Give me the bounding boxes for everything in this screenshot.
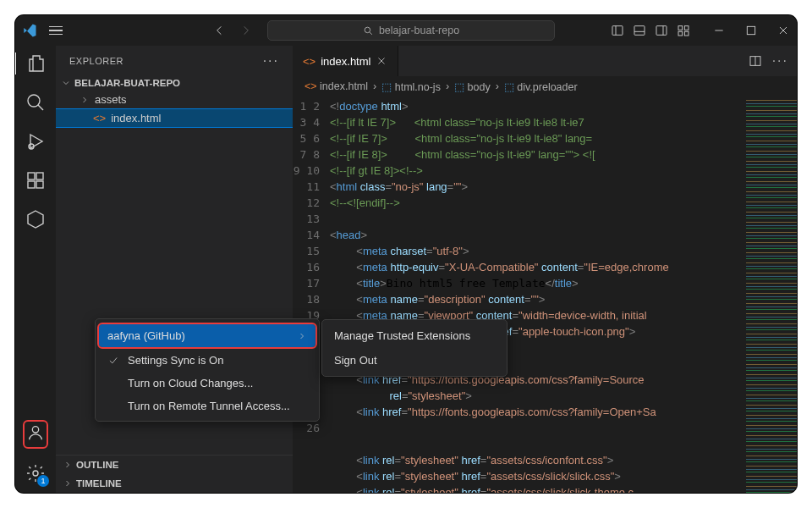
window-maximize-icon[interactable] <box>744 24 758 37</box>
code-content[interactable]: <!doctype html> <!--[if lt IE 7]> <html … <box>330 97 746 493</box>
svg-rect-8 <box>747 26 754 34</box>
tab-index-html[interactable]: <> index.html <box>293 46 398 76</box>
chevron-right-icon <box>80 95 90 105</box>
command-center-search[interactable]: belajar-buat-repo <box>267 20 555 41</box>
activity-remote[interactable] <box>25 208 47 230</box>
breadcrumb[interactable]: <> index.html›⬚ html.no-js›⬚ body›⬚ div.… <box>293 76 797 97</box>
window-minimize-icon[interactable] <box>712 24 726 37</box>
account-user-label: aafyna (GitHub) <box>107 329 185 342</box>
html-file-icon: <> <box>304 80 317 92</box>
account-menu-item[interactable]: Turn on Remote Tunnel Access... <box>96 395 319 417</box>
chevron-right-icon <box>63 478 73 489</box>
vscode-logo-icon <box>22 23 37 38</box>
svg-point-16 <box>33 471 38 476</box>
tab-close-icon[interactable] <box>376 55 387 67</box>
workspace-root[interactable]: BELAJAR-BUAT-REPO <box>56 75 293 91</box>
menu-item-label: Turn on Cloud Changes... <box>128 377 253 389</box>
svg-rect-11 <box>28 173 35 179</box>
section-label: OUTLINE <box>76 460 118 470</box>
activity-settings[interactable] <box>25 462 47 484</box>
svg-rect-3 <box>656 26 667 36</box>
activity-bar <box>15 46 56 493</box>
file-item[interactable]: <>index.html <box>56 108 293 128</box>
breadcrumb-segment[interactable]: ⬚ html.no-js <box>381 80 441 93</box>
svg-rect-12 <box>28 181 35 188</box>
folder-item[interactable]: assets <box>56 91 293 108</box>
minimap[interactable] <box>746 97 797 493</box>
svg-rect-4 <box>678 26 683 30</box>
accounts-menu: aafyna (GitHub) Settings Sync is OnTurn … <box>95 318 320 422</box>
account-user-row[interactable]: aafyna (GitHub) <box>99 324 315 347</box>
activity-debug[interactable] <box>25 130 47 152</box>
breadcrumb-segment[interactable]: <> index.html <box>304 80 368 92</box>
chevron-right-icon <box>63 460 73 470</box>
activity-extensions[interactable] <box>25 169 47 191</box>
menu-item-label: Turn on Remote Tunnel Access... <box>128 400 290 412</box>
svg-rect-13 <box>36 181 43 188</box>
section-label: TIMELINE <box>76 478 122 489</box>
tree-item-label: assets <box>95 93 127 106</box>
symbol-icon: ⬚ <box>454 81 464 93</box>
svg-point-9 <box>28 95 40 107</box>
html-file-icon: <> <box>93 112 106 124</box>
tab-more-icon[interactable]: ··· <box>772 53 788 69</box>
title-bar: belajar-buat-repo <box>15 15 797 46</box>
breadcrumb-segment[interactable]: ⬚ div.preloader <box>504 80 578 93</box>
activity-search[interactable] <box>25 91 47 113</box>
explorer-sidebar: EXPLORER ··· BELAJAR-BUAT-REPO assets<>i… <box>56 46 293 493</box>
layout-panel-icon[interactable] <box>633 24 646 37</box>
layout-customize-icon[interactable] <box>677 24 690 37</box>
split-editor-icon[interactable] <box>749 54 762 68</box>
account-menu-item[interactable]: Settings Sync is On <box>96 349 319 372</box>
nav-back-icon[interactable] <box>213 24 227 37</box>
sidebar-more-icon[interactable]: ··· <box>263 53 279 69</box>
svg-rect-5 <box>684 26 689 30</box>
accounts-submenu: Manage Trusted ExtensionsSign Out <box>321 319 508 377</box>
account-menu-item[interactable]: Turn on Cloud Changes... <box>96 372 319 395</box>
activity-accounts[interactable] <box>23 420 48 449</box>
layout-sidebar-right-icon[interactable] <box>655 24 668 37</box>
check-icon <box>107 355 119 367</box>
hamburger-menu-icon[interactable] <box>49 26 63 36</box>
symbol-icon: ⬚ <box>381 81 392 93</box>
account-submenu-item[interactable]: Manage Trusted Extensions <box>322 323 507 348</box>
tab-label: index.html <box>321 55 370 68</box>
svg-rect-14 <box>36 173 43 179</box>
svg-rect-6 <box>678 31 683 36</box>
svg-rect-2 <box>634 26 645 36</box>
window-close-icon[interactable] <box>776 24 790 37</box>
search-placeholder: belajar-buat-repo <box>379 25 459 36</box>
svg-point-15 <box>32 427 38 433</box>
sidebar-title: EXPLORER <box>69 56 123 66</box>
svg-point-0 <box>365 27 370 33</box>
menu-item-label: Settings Sync is On <box>128 354 223 367</box>
editor-tabs: <> index.html ··· <box>293 46 797 76</box>
line-gutter: 1 2 3 4 5 6 7 8 9 10 11 12 13 14 15 16 1… <box>293 97 330 493</box>
chevron-down-icon <box>61 78 71 88</box>
tree-item-label: index.html <box>111 112 161 124</box>
editor-area: <> index.html ··· <> index.html›⬚ html.n… <box>293 46 797 493</box>
search-icon <box>363 25 374 36</box>
symbol-icon: ⬚ <box>504 81 514 93</box>
account-submenu-item[interactable]: Sign Out <box>322 348 507 373</box>
svg-rect-1 <box>612 26 623 36</box>
activity-explorer[interactable] <box>15 52 55 75</box>
sidebar-section[interactable]: OUTLINE <box>56 456 293 474</box>
layout-sidebar-left-icon[interactable] <box>611 24 624 37</box>
chevron-right-icon <box>297 331 307 341</box>
workspace-root-label: BELAJAR-BUAT-REPO <box>74 78 180 88</box>
nav-forward-icon[interactable] <box>239 24 252 37</box>
sidebar-section[interactable]: TIMELINE <box>56 474 293 493</box>
breadcrumb-segment[interactable]: ⬚ body <box>454 80 491 93</box>
html-file-icon: <> <box>303 55 315 68</box>
svg-rect-7 <box>684 31 689 36</box>
